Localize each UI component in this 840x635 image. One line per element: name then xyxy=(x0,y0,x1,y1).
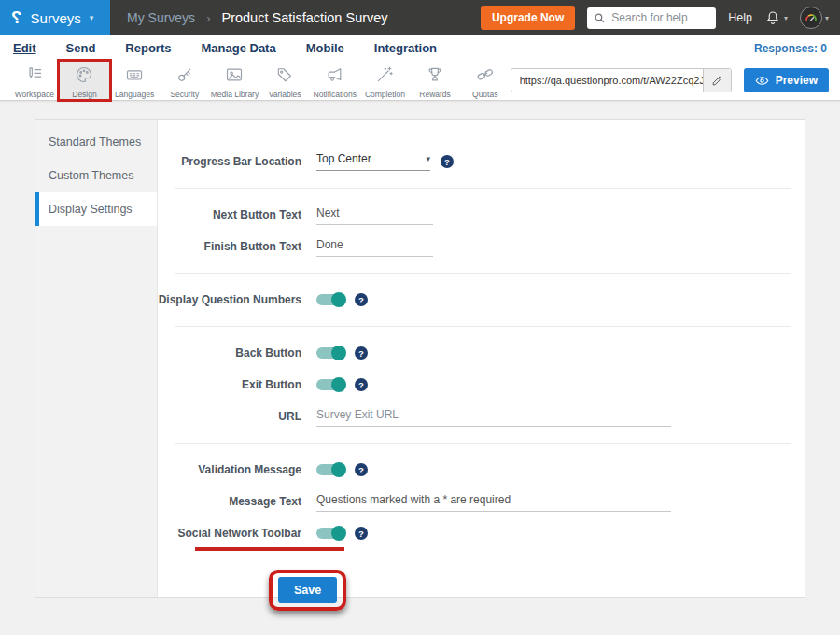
breadcrumb-separator: › xyxy=(206,11,210,25)
finish-button-text-label: Finish Button Text xyxy=(158,240,301,253)
questionpro-logo: ? xyxy=(11,7,22,28)
help-icon[interactable]: ? xyxy=(355,346,368,360)
breadcrumb: My Surveys › Product Satisfaction Survey xyxy=(127,10,388,25)
upgrade-now-button[interactable]: Upgrade Now xyxy=(481,6,575,30)
back-button-row: Back Button ? xyxy=(158,339,805,367)
menu-integration[interactable]: Integration xyxy=(374,41,437,55)
toolbar-item-completion[interactable]: Completion xyxy=(360,61,411,100)
toolbar-item-media-library[interactable]: Media Library xyxy=(210,61,260,100)
survey-menu-bar: Edit Send Reports Manage Data Mobile Int… xyxy=(0,35,840,61)
display-question-numbers-row: Display Question Numbers ? xyxy=(158,286,805,314)
gauge-avatar-icon xyxy=(802,8,820,27)
design-settings-card: Standard Themes Custom Themes Display Se… xyxy=(35,119,805,598)
social-network-toolbar-label: Social Network Toolbar xyxy=(158,527,301,540)
chevron-down-icon: ▾ xyxy=(426,154,430,163)
chevron-down-icon: ▾ xyxy=(784,14,788,22)
back-button-label: Back Button xyxy=(158,346,301,360)
back-button-toggle[interactable] xyxy=(316,347,344,359)
exit-button-toggle[interactable] xyxy=(316,379,344,390)
survey-url-field[interactable]: https://qa.questionpro.com/t/AW22Zcq2J xyxy=(511,68,732,92)
divider xyxy=(175,273,791,274)
annotation-underline-social-network-toolbar xyxy=(195,547,344,551)
toolbar-item-workspace[interactable]: Workspace xyxy=(9,61,60,100)
progress-bar-location-select[interactable]: Top Center ▾ xyxy=(316,152,430,171)
help-icon[interactable]: ? xyxy=(355,378,368,391)
exit-url-label: URL xyxy=(158,410,301,423)
save-button[interactable]: Save xyxy=(278,577,337,603)
toolbar-item-security[interactable]: Security xyxy=(160,61,210,100)
toolbar-item-languages[interactable]: Languages xyxy=(109,61,160,100)
account-menu[interactable]: ▾ xyxy=(800,7,829,29)
sidebar-item-display-settings[interactable]: Display Settings xyxy=(35,192,157,226)
display-settings-panel: Progress Bar Location Top Center ▾ ? Nex… xyxy=(158,120,805,597)
megaphone-icon xyxy=(326,65,344,88)
magic-wand-icon xyxy=(375,65,394,88)
next-button-text-row: Next Button Text xyxy=(158,201,805,229)
progress-bar-location-label: Progress Bar Location xyxy=(158,155,301,168)
sidebar-item-standard-themes[interactable]: Standard Themes xyxy=(35,125,157,159)
top-bar: ? Surveys ▾ My Surveys › Product Satisfa… xyxy=(0,0,840,35)
responses-count[interactable]: Responses: 0 xyxy=(754,42,827,55)
divider xyxy=(175,443,791,444)
notifications-menu[interactable]: ▾ xyxy=(764,9,788,26)
help-link[interactable]: Help xyxy=(728,11,752,24)
exit-url-row: URL xyxy=(158,402,805,430)
help-icon[interactable]: ? xyxy=(355,527,368,540)
trophy-icon xyxy=(426,65,444,88)
variables-icon xyxy=(275,65,294,88)
display-question-numbers-label: Display Question Numbers xyxy=(158,293,301,306)
security-icon xyxy=(175,65,194,88)
menu-manage-data[interactable]: Manage Data xyxy=(201,41,275,55)
divider xyxy=(175,188,791,189)
help-icon[interactable]: ? xyxy=(441,155,454,168)
avatar xyxy=(800,7,822,29)
sidebar-item-custom-themes[interactable]: Custom Themes xyxy=(35,159,157,192)
chevron-down-icon: ▾ xyxy=(90,13,94,22)
toolbar-item-design[interactable]: Design xyxy=(60,61,110,100)
annotation-box-save: Save xyxy=(269,570,346,611)
toolbar-item-notifications[interactable]: Notifications xyxy=(310,61,360,100)
finish-button-text-input[interactable] xyxy=(316,236,433,257)
search-input[interactable] xyxy=(587,7,716,29)
help-icon[interactable]: ? xyxy=(355,463,368,476)
preview-button[interactable]: Preview xyxy=(744,68,829,92)
product-name: Surveys xyxy=(31,10,81,26)
social-network-toolbar-row: Social Network Toolbar ? xyxy=(158,519,805,547)
exit-url-input[interactable] xyxy=(316,406,671,427)
exit-button-row: Exit Button ? xyxy=(158,371,805,399)
social-network-toolbar-toggle[interactable] xyxy=(316,528,344,539)
toolbar-item-quotas[interactable]: Quotas xyxy=(460,61,511,100)
display-question-numbers-toggle[interactable] xyxy=(316,294,344,305)
help-icon[interactable]: ? xyxy=(355,293,368,306)
breadcrumb-my-surveys[interactable]: My Surveys xyxy=(127,10,195,25)
media-library-icon xyxy=(225,65,244,88)
survey-url-value: https://qa.questionpro.com/t/AW22Zcq2J xyxy=(511,69,703,92)
message-text-input[interactable] xyxy=(316,491,671,512)
toolbar-item-rewards[interactable]: Rewards xyxy=(410,61,460,100)
help-search xyxy=(587,7,716,29)
design-icon xyxy=(75,65,93,88)
divider xyxy=(175,326,791,327)
chevron-down-icon: ▾ xyxy=(825,14,829,22)
search-icon xyxy=(594,12,606,24)
menu-edit[interactable]: Edit xyxy=(13,41,36,55)
toolbar-item-variables[interactable]: Variables xyxy=(259,61,310,100)
workspace-icon xyxy=(25,65,44,88)
chain-link-icon xyxy=(476,65,495,88)
next-button-text-input[interactable] xyxy=(316,205,433,225)
design-sidebar: Standard Themes Custom Themes Display Se… xyxy=(35,120,158,597)
validation-message-row: Validation Message ? xyxy=(158,456,805,484)
edit-url-button[interactable] xyxy=(703,69,731,92)
message-text-label: Message Text xyxy=(158,495,301,508)
bell-icon xyxy=(764,9,781,26)
pencil-icon xyxy=(711,75,723,87)
validation-message-toggle[interactable] xyxy=(316,464,344,475)
progress-bar-location-row: Progress Bar Location Top Center ▾ ? xyxy=(158,148,805,176)
menu-send[interactable]: Send xyxy=(66,41,96,55)
menu-mobile[interactable]: Mobile xyxy=(306,41,344,55)
validation-message-label: Validation Message xyxy=(158,463,301,476)
product-switcher[interactable]: ? Surveys ▾ xyxy=(0,0,110,35)
breadcrumb-current-survey: Product Satisfaction Survey xyxy=(221,10,387,25)
languages-icon xyxy=(125,65,144,88)
menu-reports[interactable]: Reports xyxy=(125,41,171,55)
